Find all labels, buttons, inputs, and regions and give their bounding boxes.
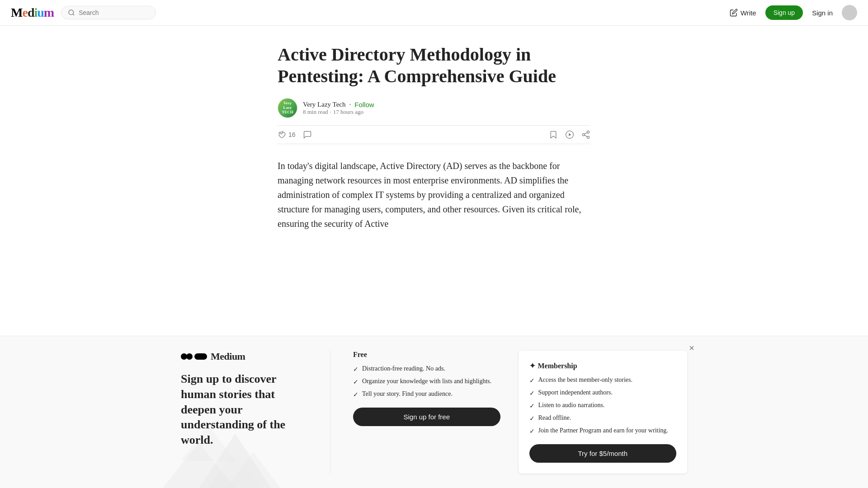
- comment-button[interactable]: [303, 130, 314, 139]
- share-icon: [581, 130, 590, 139]
- bookmark-icon: [549, 130, 558, 139]
- write-label: Write: [741, 9, 756, 17]
- article-body: In today's digital landscape, Active Dir…: [278, 159, 590, 231]
- signin-link[interactable]: Sign in: [812, 9, 833, 17]
- article-title: Active Directory Methodology in Pentesti…: [278, 44, 590, 87]
- svg-point-0: [69, 10, 74, 15]
- read-time: 8 min read: [303, 108, 328, 116]
- action-left: 16: [278, 130, 314, 139]
- svg-marker-3: [569, 133, 571, 136]
- svg-point-6: [587, 136, 590, 138]
- write-icon: [730, 9, 738, 17]
- clap-count: 16: [288, 131, 296, 138]
- header-left: Medium: [11, 5, 156, 20]
- article-content: Active Directory Methodology in Pentesti…: [267, 26, 601, 231]
- author-avatar[interactable]: VeryLazyTECH: [278, 98, 297, 118]
- comment-icon: [303, 130, 312, 139]
- header: Medium Write Sign up Sign in: [0, 0, 868, 26]
- action-bar: 16: [278, 125, 590, 144]
- header-right: Write Sign up Sign in: [730, 5, 857, 20]
- svg-line-1: [73, 14, 74, 15]
- share-button[interactable]: [581, 130, 590, 139]
- author-name-row: Very Lazy Tech · Follow: [303, 101, 374, 108]
- clap-button[interactable]: 16: [278, 130, 296, 139]
- svg-point-4: [587, 131, 590, 133]
- author-info: Very Lazy Tech · Follow 8 min read · 17 …: [303, 101, 374, 116]
- avatar[interactable]: [842, 5, 857, 20]
- svg-line-7: [585, 135, 587, 136]
- follow-button[interactable]: Follow: [354, 101, 374, 108]
- svg-line-8: [585, 132, 587, 134]
- listen-button[interactable]: [565, 130, 574, 139]
- author-separator: ·: [349, 101, 351, 108]
- clap-icon: [278, 130, 287, 139]
- author-meta: 8 min read · 17 hours ago: [303, 108, 374, 116]
- svg-point-5: [583, 134, 585, 136]
- search-bar[interactable]: [61, 6, 156, 19]
- search-icon: [68, 9, 75, 16]
- meta-dot: ·: [330, 108, 331, 116]
- published-time: 17 hours ago: [333, 108, 363, 116]
- author-name[interactable]: Very Lazy Tech: [303, 101, 345, 108]
- article-intro: In today's digital landscape, Active Dir…: [278, 159, 590, 231]
- action-right: [549, 130, 590, 139]
- save-button[interactable]: [549, 130, 558, 139]
- play-icon: [565, 130, 574, 139]
- medium-logo[interactable]: Medium: [11, 5, 54, 20]
- author-row: VeryLazyTECH Very Lazy Tech · Follow 8 m…: [278, 98, 590, 118]
- search-input[interactable]: [79, 9, 149, 16]
- write-button[interactable]: Write: [730, 9, 756, 17]
- signup-button[interactable]: Sign up: [765, 5, 803, 20]
